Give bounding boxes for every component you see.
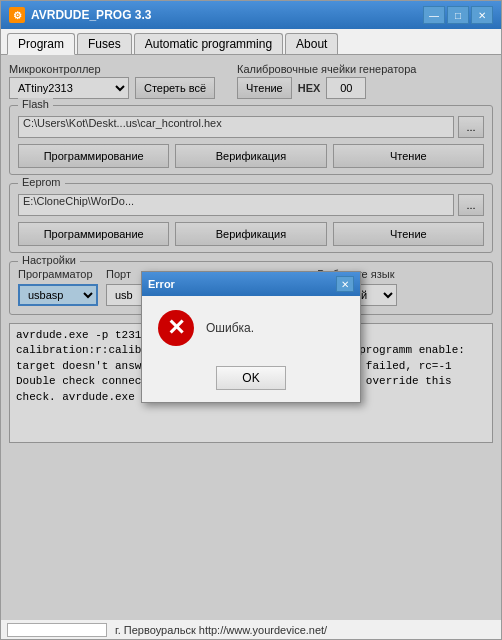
title-bar: ⚙ AVRDUDE_PROG 3.3 — □ ✕ [1,1,501,29]
status-progress-bar [7,623,107,637]
tab-automatic[interactable]: Automatic programming [134,33,283,54]
tab-bar: Program Fuses Automatic programming Abou… [1,29,501,55]
app-icon: ⚙ [9,7,25,23]
minimize-button[interactable]: — [423,6,445,24]
title-buttons: — □ ✕ [423,6,493,24]
error-icon: ✕ [158,310,194,346]
tab-fuses[interactable]: Fuses [77,33,132,54]
window-title: AVRDUDE_PROG 3.3 [31,8,151,22]
modal-body: ✕ Ошибка. [142,296,360,360]
tab-program[interactable]: Program [7,33,75,55]
modal-message: Ошибка. [206,321,254,335]
main-content: Микроконтроллер ATtiny2313 Стереть всё К… [1,55,501,619]
close-button[interactable]: ✕ [471,6,493,24]
modal-overlay: Error ✕ ✕ Ошибка. OK [1,55,501,619]
status-bar: г. Первоуральск http://www.yourdevice.ne… [1,619,501,639]
modal-title: Error [148,278,175,290]
status-text: г. Первоуральск http://www.yourdevice.ne… [115,624,327,636]
modal-ok-button[interactable]: OK [216,366,286,390]
error-modal: Error ✕ ✕ Ошибка. OK [141,271,361,403]
main-window: ⚙ AVRDUDE_PROG 3.3 — □ ✕ Program Fuses A… [0,0,502,640]
title-bar-left: ⚙ AVRDUDE_PROG 3.3 [9,7,151,23]
tab-about[interactable]: About [285,33,338,54]
modal-close-button[interactable]: ✕ [336,276,354,292]
maximize-button[interactable]: □ [447,6,469,24]
modal-title-bar: Error ✕ [142,272,360,296]
modal-footer: OK [142,360,360,402]
